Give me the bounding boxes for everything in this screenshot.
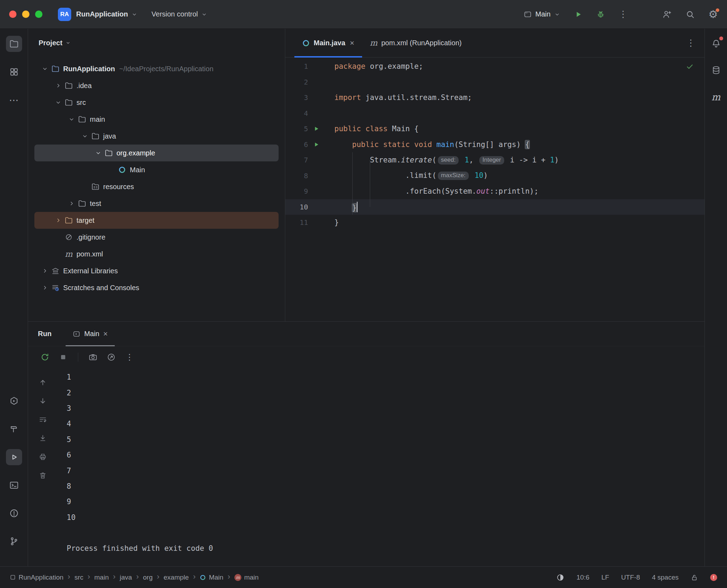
tab-pom-xml[interactable]: m pom.xml (RunApplication) bbox=[362, 29, 469, 57]
inspections-ok-icon[interactable] bbox=[686, 62, 694, 71]
stop-button[interactable] bbox=[57, 351, 69, 363]
project-widget[interactable]: RunApplication bbox=[76, 10, 138, 18]
down-stack-trace-button[interactable] bbox=[36, 395, 49, 407]
maven-file-icon: m bbox=[63, 249, 74, 259]
vcs-widget[interactable]: Version control bbox=[152, 10, 207, 18]
chevron-down-icon[interactable] bbox=[93, 148, 103, 158]
more-actions-button[interactable]: ⋮ bbox=[619, 9, 628, 20]
code-with-me-button[interactable] bbox=[662, 9, 672, 19]
chevron-down-icon[interactable] bbox=[65, 40, 71, 46]
chevron-right-icon[interactable] bbox=[40, 266, 50, 276]
tree-row-main-dir[interactable]: main bbox=[34, 111, 279, 128]
run-button[interactable] bbox=[574, 10, 583, 19]
more-tool-windows-button[interactable]: ⋯ bbox=[6, 92, 22, 108]
tree-row-pom[interactable]: m pom.xml bbox=[34, 246, 279, 262]
indent-setting[interactable]: 4 spaces bbox=[652, 574, 679, 581]
code-editor[interactable]: 1 package org.example; 2 3 import java.u… bbox=[285, 58, 705, 321]
search-everywhere-button[interactable] bbox=[685, 9, 695, 19]
close-tab-icon[interactable]: × bbox=[103, 329, 108, 339]
gear-icon: ⚙ bbox=[708, 9, 718, 20]
tree-row-test[interactable]: test bbox=[34, 195, 279, 212]
run-tool-button[interactable] bbox=[6, 449, 22, 465]
text-caret bbox=[357, 202, 358, 212]
notifications-button[interactable] bbox=[708, 36, 724, 51]
tab-label: Main.java bbox=[314, 39, 345, 47]
tree-row-target[interactable]: target bbox=[34, 212, 279, 229]
project-tool-button[interactable] bbox=[6, 36, 22, 52]
tree-row-gitignore[interactable]: .gitignore bbox=[34, 229, 279, 246]
breadcrumb-project[interactable]: RunApplication bbox=[10, 574, 64, 581]
run-class-gutter-icon[interactable] bbox=[313, 125, 320, 132]
chevron-right-icon: › bbox=[113, 573, 115, 582]
line-number: 11 bbox=[285, 218, 308, 227]
breadcrumb-main-method[interactable]: m main bbox=[234, 574, 259, 581]
chevron-right-icon[interactable] bbox=[67, 199, 76, 208]
console-line: 1 bbox=[67, 369, 705, 385]
scroll-to-end-button[interactable] bbox=[36, 432, 49, 445]
breadcrumb-example[interactable]: example bbox=[164, 574, 189, 581]
tree-row-java[interactable]: java bbox=[34, 128, 279, 145]
debug-button[interactable] bbox=[596, 10, 605, 19]
tree-row-resources[interactable]: resources bbox=[34, 178, 279, 195]
tab-main-java[interactable]: Main.java × bbox=[294, 29, 362, 57]
run-tab-main[interactable]: Main × bbox=[66, 322, 115, 346]
thread-dump-button[interactable] bbox=[87, 351, 99, 363]
breadcrumb-java[interactable]: java bbox=[120, 574, 132, 581]
up-stack-trace-button[interactable] bbox=[36, 376, 49, 389]
code-line: 6 public static void main(String[] args)… bbox=[285, 137, 705, 153]
tree-row-org-example[interactable]: org.example bbox=[34, 145, 279, 161]
run-console-output[interactable]: 1 2 3 4 5 6 7 8 9 10 Process finished wi… bbox=[67, 368, 705, 566]
structure-tool-button[interactable] bbox=[6, 64, 22, 80]
chevron-down-icon[interactable] bbox=[53, 98, 63, 107]
services-tool-button[interactable] bbox=[6, 393, 22, 409]
run-panel-header: Run Main × bbox=[28, 322, 705, 346]
chevron-right-icon[interactable] bbox=[53, 215, 63, 225]
chevron-right-icon: › bbox=[87, 573, 90, 582]
project-tree: RunApplication ~/IdeaProjects/RunApplica… bbox=[28, 57, 285, 296]
maven-button[interactable]: m bbox=[708, 89, 724, 105]
theme-contrast-icon[interactable] bbox=[556, 573, 565, 582]
breadcrumb-main-dir[interactable]: main bbox=[94, 574, 109, 581]
error-indicator[interactable]: ! bbox=[710, 574, 717, 581]
chevron-right-icon[interactable] bbox=[40, 283, 50, 293]
run-panel-title: Run bbox=[38, 330, 52, 338]
file-encoding[interactable]: UTF-8 bbox=[621, 574, 640, 581]
chevron-down-icon[interactable] bbox=[80, 131, 90, 141]
tree-row-src[interactable]: src bbox=[34, 94, 279, 111]
caret-position[interactable]: 10:6 bbox=[576, 574, 589, 581]
line-separator[interactable]: LF bbox=[601, 574, 609, 581]
close-window-button[interactable] bbox=[9, 11, 16, 18]
print-button[interactable] bbox=[36, 450, 49, 463]
tree-row-idea[interactable]: .idea bbox=[34, 77, 279, 94]
breadcrumb-main-class[interactable]: Main bbox=[200, 574, 223, 581]
chevron-right-icon[interactable] bbox=[53, 81, 63, 91]
chevron-down-icon[interactable] bbox=[40, 64, 50, 74]
zoom-window-button[interactable] bbox=[35, 11, 42, 18]
readonly-lock-icon[interactable] bbox=[691, 574, 698, 581]
clear-console-button[interactable] bbox=[36, 469, 49, 482]
build-tool-button[interactable] bbox=[6, 421, 22, 437]
tree-row-scratches[interactable]: Scratches and Consoles bbox=[34, 279, 279, 296]
editor-area: Main.java × m pom.xml (RunApplication) ⋮ bbox=[285, 29, 705, 321]
breadcrumb-org[interactable]: org bbox=[143, 574, 153, 581]
tree-row-external-libraries[interactable]: External Libraries bbox=[34, 262, 279, 279]
version-control-tool-button[interactable] bbox=[6, 533, 22, 549]
profiler-button[interactable] bbox=[105, 351, 118, 363]
close-tab-icon[interactable]: × bbox=[350, 39, 354, 48]
tree-row-main-class[interactable]: Main bbox=[34, 161, 279, 178]
tab-options-button[interactable]: ⋮ bbox=[686, 38, 695, 48]
toolbar-separator bbox=[78, 353, 78, 362]
settings-button[interactable]: ⚙ bbox=[708, 9, 718, 20]
problems-tool-button[interactable] bbox=[6, 505, 22, 521]
breadcrumb-src[interactable]: src bbox=[74, 574, 83, 581]
console-more-button[interactable]: ⋮ bbox=[123, 351, 136, 363]
rerun-button[interactable] bbox=[39, 351, 51, 363]
database-button[interactable] bbox=[708, 62, 724, 78]
run-method-gutter-icon[interactable] bbox=[313, 141, 320, 148]
minimize-window-button[interactable] bbox=[22, 11, 29, 18]
soft-wrap-button[interactable] bbox=[36, 413, 49, 426]
chevron-down-icon[interactable] bbox=[67, 114, 76, 124]
run-configuration-widget[interactable]: Main bbox=[523, 10, 560, 19]
tree-row-runapplication[interactable]: RunApplication ~/IdeaProjects/RunApplica… bbox=[34, 60, 279, 77]
terminal-tool-button[interactable] bbox=[6, 477, 22, 493]
